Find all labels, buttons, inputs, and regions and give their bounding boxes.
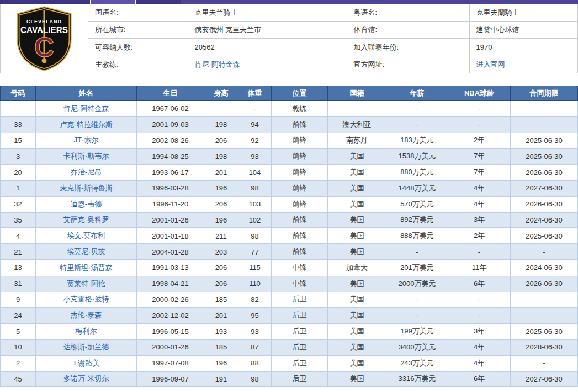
cell-position: 后卫: [272, 356, 328, 372]
cell-height: 206: [204, 276, 238, 292]
cell-nationality: 美国: [328, 244, 386, 260]
column-header-number: 号码: [0, 86, 36, 101]
cell-name[interactable]: 卡利斯·勒韦尔: [36, 149, 137, 165]
cell-contract: 2028-06-30: [511, 340, 578, 356]
cell-salary: 1538万美元: [386, 149, 448, 165]
cell-name[interactable]: 麦克斯-斯特鲁斯: [36, 181, 137, 197]
nav-tab-3-active[interactable]: [91, 0, 135, 4]
cell-contract: 2025-06-30: [511, 228, 578, 244]
nav-bar-fill: [181, 0, 578, 4]
official-site-link[interactable]: 进入官网: [469, 56, 577, 73]
cell-birthday: 2001-09-03: [137, 117, 204, 133]
cell-name[interactable]: 乔治-尼昂: [36, 165, 137, 181]
cell-salary: -: [386, 117, 448, 133]
cell-contract: 2025-06-30: [511, 149, 578, 165]
cell-nba-age: 6年: [448, 372, 511, 388]
cell-name[interactable]: JT·索尔: [36, 133, 137, 149]
cell-position: 前锋: [272, 149, 328, 165]
nav-tab-1[interactable]: [0, 0, 45, 4]
column-header-birthday: 生日: [137, 86, 204, 101]
cell-nba-age: 3年: [448, 213, 511, 229]
cell-name[interactable]: 梅利尔: [36, 324, 137, 340]
cell-nationality: 美国: [328, 181, 386, 197]
cell-name[interactable]: 迪恩-韦德: [36, 197, 137, 213]
cell-salary: 1448万美元: [386, 181, 448, 197]
cell-weight: 102: [238, 213, 272, 229]
cell-weight: 82: [238, 292, 272, 308]
cell-height: 206: [204, 133, 238, 149]
cell-weight: 92: [238, 133, 272, 149]
info-label: 所在城市:: [88, 22, 188, 39]
roster-table: 号码姓名生日身高体重位置国籍年薪NBA球龄合同期限 肯尼-阿特金森1967-06…: [0, 86, 578, 387]
cell-birthday: 1996-03-28: [137, 181, 204, 197]
cell-weight: 94: [238, 117, 272, 133]
cell-weight: 115: [238, 260, 272, 276]
table-row: 13特里斯坦·汤普森1991-03-13206115中锋加拿大201万美元11年…: [0, 260, 578, 276]
cell-number: 20: [0, 165, 36, 181]
cell-nba-age: 4年: [448, 340, 511, 356]
cell-nationality: 美国: [328, 340, 386, 356]
cell-salary: 2000万美元: [386, 276, 448, 292]
cell-salary: 243万美元: [386, 356, 448, 372]
head-coach-link[interactable]: 肯尼-阿特金森: [188, 56, 347, 73]
roster-header-row: 号码姓名生日身高体重位置国籍年薪NBA球龄合同期限: [0, 86, 578, 101]
cell-salary: -: [386, 308, 448, 324]
cell-contract: 2026-06-30: [511, 165, 578, 181]
table-row: 24杰伦·泰森2002-12-0220195后卫美国---: [0, 308, 578, 324]
nav-tab-4[interactable]: [136, 0, 181, 4]
cell-position: 后卫: [272, 292, 328, 308]
cell-name[interactable]: 特里斯坦·汤普森: [36, 260, 137, 276]
cell-weight: 93: [238, 149, 272, 165]
cell-name[interactable]: 贾莱特-阿伦: [36, 276, 137, 292]
cell-name[interactable]: T.谢路美: [36, 356, 137, 372]
team-info-table: 国语名: 克里夫兰骑士 粤语名: 克里夫蘭騎士 所在城市: 俄亥俄州 克里夫兰市…: [88, 4, 577, 73]
column-header-weight: 体重: [238, 86, 272, 101]
cell-contract: 2025-06-30: [511, 133, 578, 149]
table-row: 35艾萨克-奥科罗2001-01-26196102前锋美国892万美元3年202…: [0, 213, 578, 229]
cell-position: 前锋: [272, 197, 328, 213]
cell-number: 21: [0, 244, 36, 260]
cell-number: 9: [0, 292, 36, 308]
cell-number: [0, 101, 36, 117]
info-value-city: 俄亥俄州 克里夫兰市: [188, 22, 347, 39]
cell-weight: 98: [238, 228, 272, 244]
cell-name[interactable]: 卢克-特拉维尔斯: [36, 117, 137, 133]
cell-nba-age: -: [448, 244, 511, 260]
cell-name[interactable]: 艾萨克-奥科罗: [36, 213, 137, 229]
cell-weight: 95: [238, 308, 272, 324]
cell-name[interactable]: 埃文.莫布利: [36, 228, 137, 244]
cell-nba-age: -: [448, 117, 511, 133]
cell-position: 后卫: [272, 324, 328, 340]
cell-name[interactable]: 达柳斯-加兰德: [36, 340, 137, 356]
cell-name[interactable]: 多诺万-米切尔: [36, 372, 137, 388]
cell-name[interactable]: 小克雷格·波特: [36, 292, 137, 308]
cell-salary: 880万美元: [386, 165, 448, 181]
cell-position: 前锋: [272, 244, 328, 260]
cell-nationality: 美国: [328, 292, 386, 308]
cell-salary: 892万美元: [386, 213, 448, 229]
cell-contract: 2027-06-30: [511, 372, 578, 388]
cell-name[interactable]: 杰伦·泰森: [36, 308, 137, 324]
cell-nationality: 美国: [328, 308, 386, 324]
info-value-arena: 速贷中心球馆: [469, 22, 577, 39]
nav-tab-2[interactable]: [45, 0, 90, 4]
cell-number: 35: [0, 213, 36, 229]
cell-nba-age: 2年: [448, 228, 511, 244]
cell-birthday: 2002-08-26: [137, 133, 204, 149]
cell-number: 15: [0, 133, 36, 149]
info-label: 国语名:: [88, 4, 188, 22]
cell-weight: 103: [238, 197, 272, 213]
cell-birthday: 1998-04-21: [137, 276, 204, 292]
cell-number: 5: [0, 324, 36, 340]
cell-nba-age: -: [448, 292, 511, 308]
table-row: 肯尼-阿特金森1967-06-02--教练----: [0, 101, 578, 117]
cell-number: 2: [0, 356, 36, 372]
cell-number: 32: [0, 197, 36, 213]
info-value-join-year: 1970: [469, 39, 577, 56]
cell-salary: 888万美元: [386, 228, 448, 244]
cell-name[interactable]: 肯尼-阿特金森: [36, 101, 137, 117]
cell-height: 201: [204, 308, 238, 324]
cell-height: 191: [204, 372, 238, 388]
cell-salary: 570万美元: [386, 197, 448, 213]
cell-name[interactable]: 埃莫尼·贝茨: [36, 244, 137, 260]
